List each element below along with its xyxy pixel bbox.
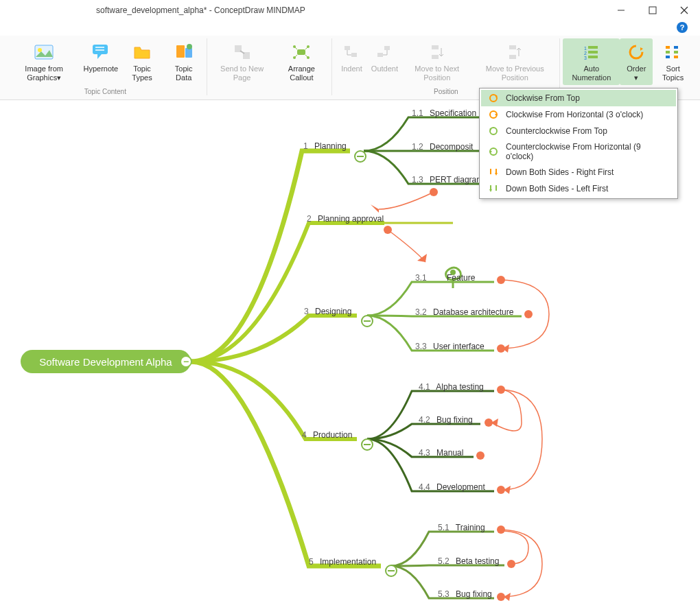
collapse-icon[interactable]: −	[180, 355, 192, 368]
leaf-num: 4.4	[419, 482, 430, 492]
svg-point-54	[386, 565, 397, 576]
branch-num: 2	[307, 214, 312, 224]
order-item-ccw-top[interactable]: Counterclockwise From Top	[481, 123, 676, 139]
leaf-alpha-testing[interactable]: 4.1 Alpha testing	[419, 382, 484, 392]
window-title: software_development_alpha* - ConceptDra…	[96, 5, 305, 15]
leaf-pert[interactable]: 1.3 PERT diagram	[412, 175, 483, 185]
outdent-button[interactable]: Outdent	[368, 38, 401, 85]
send-to-new-page-label: Send to New Page	[214, 64, 270, 82]
branch-text: Implementation	[320, 557, 376, 567]
ribbon-group-order: 123 Auto Numeration Order ▾ Sort Topics …	[560, 38, 696, 95]
order-item-down-left[interactable]: Down Both Sides - Left First	[481, 180, 676, 197]
order-item-down-right[interactable]: Down Both Sides - Right First	[481, 164, 676, 180]
leaf-specification[interactable]: 1.1 Specification	[412, 108, 476, 118]
sort-topics-button[interactable]: Sort Topics	[653, 38, 693, 85]
svg-rect-28	[432, 55, 439, 59]
leaf-feature[interactable]: 3.1 Feature	[415, 273, 475, 283]
svg-rect-30	[509, 55, 516, 59]
order-item-ccw-horiz[interactable]: Counterclockwise From Horizontal (9 o'cl…	[481, 139, 676, 164]
help-row: ?	[0, 21, 700, 36]
svg-text:3: 3	[584, 56, 587, 60]
svg-rect-9	[176, 45, 185, 58]
branch-text: Designing	[315, 307, 351, 316]
root-topic[interactable]: Software Development Alpha −	[21, 350, 191, 373]
leaf-training[interactable]: 5.1 Training	[438, 523, 485, 532]
leaf-manual[interactable]: 4.3 Manual	[419, 448, 463, 458]
svg-rect-1	[649, 7, 656, 14]
leaf-text: Alpha testing	[436, 382, 483, 392]
svg-point-61	[497, 344, 505, 353]
sort-icon	[662, 41, 684, 63]
hypernote-button[interactable]: Hypernote	[81, 38, 120, 85]
order-label: Order ▾	[624, 64, 649, 82]
arrange-callout-button[interactable]: Arrange Callout	[274, 38, 329, 85]
order-item-cw-horiz-label: Clockwise From Horizontal (3 o'clock)	[506, 110, 643, 119]
branch-production[interactable]: 4 Production	[302, 430, 352, 440]
ccw-top-icon	[487, 126, 500, 137]
help-icon[interactable]: ?	[677, 22, 688, 33]
image-from-graphics-button[interactable]: Image from Graphics▾	[7, 38, 81, 85]
svg-rect-42	[674, 51, 678, 54]
auto-numeration-button[interactable]: 123 Auto Numeration	[563, 38, 620, 85]
leaf-text: User interface	[433, 342, 485, 351]
leaf-ui[interactable]: 3.3 User interface	[415, 342, 485, 351]
svg-line-21	[295, 55, 297, 57]
send-to-new-page-button[interactable]: Send to New Page	[210, 38, 275, 85]
svg-line-22	[305, 55, 307, 57]
leaf-beta-testing[interactable]: 5.2 Beta testing	[438, 556, 499, 566]
move-next-label: Move to Next Position	[405, 64, 469, 82]
close-button[interactable]	[668, 0, 700, 21]
branch-implementation[interactable]: 5 Implementation	[309, 557, 376, 567]
outdent-icon	[373, 41, 395, 63]
svg-point-52	[362, 439, 373, 450]
svg-point-65	[497, 486, 505, 494]
branch-designing[interactable]: 3 Designing	[304, 307, 351, 316]
chat-icon	[90, 41, 112, 63]
svg-rect-23	[345, 46, 350, 50]
cw-top-icon	[487, 93, 500, 104]
svg-rect-27	[432, 45, 439, 49]
svg-rect-39	[666, 51, 670, 54]
branch-text: Planning	[314, 141, 347, 151]
svg-rect-43	[674, 56, 678, 58]
indent-label: Indent	[341, 64, 362, 73]
leaf-text: Development	[436, 482, 485, 492]
branch-planning-approval[interactable]: 2 Planning approval	[307, 214, 384, 224]
topic-data-button[interactable]: Topic Data	[164, 38, 204, 85]
maximize-button[interactable]	[637, 0, 668, 21]
topic-types-button[interactable]: Topic Types	[120, 38, 163, 85]
order-item-ccw-horiz-label: Counterclockwise From Horizontal (9 o'cl…	[506, 142, 670, 161]
svg-point-56	[430, 188, 438, 196]
leaf-db-arch[interactable]: 3.2 Database architecture	[415, 307, 513, 317]
leaf-num: 4.2	[419, 415, 430, 425]
indent-button[interactable]: Indent	[335, 38, 368, 85]
window-controls	[605, 0, 700, 21]
branch-num: 3	[304, 307, 309, 316]
sort-topics-label: Sort Topics	[657, 64, 689, 82]
order-button[interactable]: Order ▾	[620, 38, 653, 85]
hypernote-label: Hypernote	[83, 64, 118, 73]
leaf-bug-fixing-1[interactable]: 4.2 Bug fixing	[419, 415, 473, 425]
minimize-button[interactable]	[605, 0, 637, 21]
leaf-decomposition[interactable]: 1.2 Decomposit	[412, 142, 473, 152]
svg-text:1: 1	[584, 46, 587, 51]
svg-text:2: 2	[584, 51, 587, 56]
group-label-position: Position	[434, 86, 458, 95]
order-item-cw-top[interactable]: Clockwise From Top	[481, 90, 676, 106]
branch-num: 1	[303, 141, 308, 151]
order-item-down-right-label: Down Both Sides - Right First	[506, 167, 614, 177]
leaf-bug-fixing-2[interactable]: 5.3 Bug fixing	[438, 589, 492, 599]
leaf-text: Bug fixing	[456, 589, 492, 599]
svg-point-66	[497, 526, 505, 534]
leaf-text: Decomposit	[430, 142, 473, 152]
branch-planning[interactable]: 1 Planning	[303, 141, 347, 151]
move-next-button[interactable]: Move to Next Position	[401, 38, 473, 85]
svg-point-50	[362, 316, 373, 327]
order-item-cw-horiz[interactable]: Clockwise From Horizontal (3 o'clock)	[481, 106, 676, 123]
leaf-num: 5.2	[438, 556, 450, 566]
move-prev-button[interactable]: Move to Previous Position	[473, 38, 557, 85]
leaf-num: 1.2	[412, 142, 423, 152]
leaf-development[interactable]: 4.4 Development	[419, 482, 485, 492]
move-prev-label: Move to Previous Position	[477, 64, 552, 82]
order-icon	[625, 41, 647, 63]
